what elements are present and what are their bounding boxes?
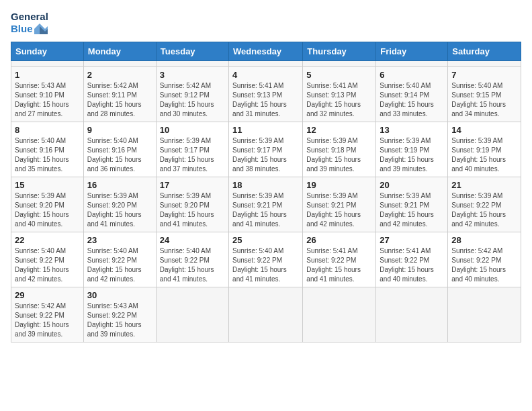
day-sunrise: Sunrise: 5:41 AM xyxy=(380,247,431,255)
day-sunrise: Sunrise: 5:39 AM xyxy=(232,137,283,144)
calendar-day-cell: 8 Sunrise: 5:40 AM Sunset: 9:16 PM Dayli… xyxy=(11,122,84,177)
day-sunset: Sunset: 9:16 PM xyxy=(15,146,64,154)
calendar-week-row: 15 Sunrise: 5:39 AM Sunset: 9:20 PM Dayl… xyxy=(11,177,521,232)
day-sunrise: Sunrise: 5:40 AM xyxy=(451,82,502,89)
calendar-day-cell xyxy=(156,287,228,342)
day-number: 30 xyxy=(87,290,152,300)
day-sunset: Sunset: 9:19 PM xyxy=(380,146,429,154)
day-sunrise: Sunrise: 5:41 AM xyxy=(306,82,357,89)
day-number: 5 xyxy=(306,70,372,80)
calendar-day-cell xyxy=(229,287,303,342)
day-daylight: Daylight: 15 hours and 35 minutes. xyxy=(15,156,69,173)
calendar-day-cell: 4 Sunrise: 5:41 AM Sunset: 9:13 PM Dayli… xyxy=(229,67,303,122)
day-daylight: Daylight: 15 hours and 39 minutes. xyxy=(306,156,361,173)
calendar-day-cell: 16 Sunrise: 5:39 AM Sunset: 9:20 PM Dayl… xyxy=(83,177,156,232)
calendar-day-cell xyxy=(303,287,376,342)
day-sunrise: Sunrise: 5:40 AM xyxy=(160,247,211,255)
day-sunset: Sunset: 9:22 PM xyxy=(380,257,429,264)
day-daylight: Daylight: 15 hours and 40 minutes. xyxy=(380,266,434,283)
calendar-day-cell: 2 Sunrise: 5:42 AM Sunset: 9:11 PM Dayli… xyxy=(83,67,156,122)
day-number: 15 xyxy=(15,180,80,190)
calendar-day-cell: 26 Sunrise: 5:41 AM Sunset: 9:22 PM Dayl… xyxy=(303,232,376,287)
calendar-day-cell: 29 Sunrise: 5:42 AM Sunset: 9:22 PM Dayl… xyxy=(11,287,84,342)
day-sunset: Sunset: 9:12 PM xyxy=(160,91,210,99)
day-sunset: Sunset: 9:22 PM xyxy=(306,257,356,264)
day-number: 24 xyxy=(160,235,225,245)
logo-symbol: General Blue xyxy=(11,11,48,35)
calendar-day-cell xyxy=(83,61,156,67)
calendar-day-header: Friday xyxy=(376,42,448,61)
calendar-day-cell xyxy=(448,61,521,67)
calendar-header-row: SundayMondayTuesdayWednesdayThursdayFrid… xyxy=(11,42,521,61)
calendar-week-row: 8 Sunrise: 5:40 AM Sunset: 9:16 PM Dayli… xyxy=(11,122,521,177)
day-sunset: Sunset: 9:22 PM xyxy=(15,312,64,319)
calendar-day-cell xyxy=(376,61,448,67)
day-sunset: Sunset: 9:22 PM xyxy=(87,312,137,319)
day-sunrise: Sunrise: 5:40 AM xyxy=(380,82,431,89)
day-number: 25 xyxy=(232,235,299,245)
day-daylight: Daylight: 15 hours and 41 minutes. xyxy=(160,266,214,283)
calendar-day-cell xyxy=(156,61,228,67)
day-sunset: Sunset: 9:17 PM xyxy=(232,146,282,154)
day-sunrise: Sunrise: 5:39 AM xyxy=(160,137,211,144)
day-sunset: Sunset: 9:22 PM xyxy=(87,257,137,264)
calendar-day-cell: 19 Sunrise: 5:39 AM Sunset: 9:21 PM Dayl… xyxy=(303,177,376,232)
calendar-day-cell: 1 Sunrise: 5:43 AM Sunset: 9:10 PM Dayli… xyxy=(11,67,84,122)
calendar-week-row: 29 Sunrise: 5:42 AM Sunset: 9:22 PM Dayl… xyxy=(11,287,521,342)
day-sunrise: Sunrise: 5:41 AM xyxy=(306,247,357,255)
calendar-day-cell: 24 Sunrise: 5:40 AM Sunset: 9:22 PM Dayl… xyxy=(156,232,228,287)
day-daylight: Daylight: 15 hours and 39 minutes. xyxy=(380,156,434,173)
day-daylight: Daylight: 15 hours and 32 minutes. xyxy=(306,101,361,118)
day-sunrise: Sunrise: 5:39 AM xyxy=(380,137,431,144)
day-daylight: Daylight: 15 hours and 30 minutes. xyxy=(160,101,214,118)
calendar-day-cell: 15 Sunrise: 5:39 AM Sunset: 9:20 PM Dayl… xyxy=(11,177,84,232)
day-daylight: Daylight: 15 hours and 38 minutes. xyxy=(232,156,287,173)
calendar-day-cell: 14 Sunrise: 5:39 AM Sunset: 9:19 PM Dayl… xyxy=(448,122,521,177)
day-sunrise: Sunrise: 5:40 AM xyxy=(232,247,283,255)
day-number: 3 xyxy=(160,70,225,80)
day-sunset: Sunset: 9:17 PM xyxy=(160,146,210,154)
day-number: 2 xyxy=(87,70,152,80)
calendar-week-row xyxy=(11,61,521,67)
day-sunset: Sunset: 9:18 PM xyxy=(306,146,356,154)
day-number: 18 xyxy=(232,180,299,190)
day-number: 11 xyxy=(232,125,299,135)
day-number: 8 xyxy=(15,125,80,135)
day-number: 23 xyxy=(87,235,152,245)
day-daylight: Daylight: 15 hours and 42 minutes. xyxy=(87,266,142,283)
day-sunrise: Sunrise: 5:42 AM xyxy=(15,302,66,310)
calendar-day-header: Thursday xyxy=(303,42,376,61)
day-number: 28 xyxy=(451,235,517,245)
calendar-day-cell: 13 Sunrise: 5:39 AM Sunset: 9:19 PM Dayl… xyxy=(376,122,448,177)
calendar-day-cell xyxy=(229,61,303,67)
day-daylight: Daylight: 15 hours and 42 minutes. xyxy=(306,211,361,228)
day-sunrise: Sunrise: 5:43 AM xyxy=(87,302,138,310)
day-sunset: Sunset: 9:16 PM xyxy=(87,146,137,154)
day-sunrise: Sunrise: 5:39 AM xyxy=(380,192,431,199)
day-sunset: Sunset: 9:20 PM xyxy=(15,201,64,209)
day-daylight: Daylight: 15 hours and 39 minutes. xyxy=(87,321,142,338)
calendar-day-cell xyxy=(303,61,376,67)
logo: General Blue xyxy=(11,11,48,35)
day-number: 14 xyxy=(451,125,517,135)
calendar-day-header: Tuesday xyxy=(156,42,228,61)
calendar-day-cell: 28 Sunrise: 5:42 AM Sunset: 9:22 PM Dayl… xyxy=(448,232,521,287)
day-sunset: Sunset: 9:13 PM xyxy=(306,91,356,99)
calendar-day-cell: 18 Sunrise: 5:39 AM Sunset: 9:21 PM Dayl… xyxy=(229,177,303,232)
logo-text-blue: Blue xyxy=(11,23,48,35)
calendar-day-cell: 6 Sunrise: 5:40 AM Sunset: 9:14 PM Dayli… xyxy=(376,67,448,122)
day-number: 10 xyxy=(160,125,225,135)
calendar-day-header: Sunday xyxy=(11,42,84,61)
day-sunset: Sunset: 9:20 PM xyxy=(87,201,137,209)
day-sunrise: Sunrise: 5:39 AM xyxy=(160,192,211,199)
day-sunrise: Sunrise: 5:39 AM xyxy=(87,192,138,199)
calendar-day-cell: 22 Sunrise: 5:40 AM Sunset: 9:22 PM Dayl… xyxy=(11,232,84,287)
page-header: General Blue xyxy=(11,11,521,35)
day-sunrise: Sunrise: 5:40 AM xyxy=(15,247,66,255)
calendar-day-cell xyxy=(448,287,521,342)
day-daylight: Daylight: 15 hours and 28 minutes. xyxy=(87,101,142,118)
day-daylight: Daylight: 15 hours and 41 minutes. xyxy=(306,266,361,283)
calendar-day-header: Monday xyxy=(83,42,156,61)
day-number: 12 xyxy=(306,125,372,135)
day-sunset: Sunset: 9:20 PM xyxy=(160,201,210,209)
